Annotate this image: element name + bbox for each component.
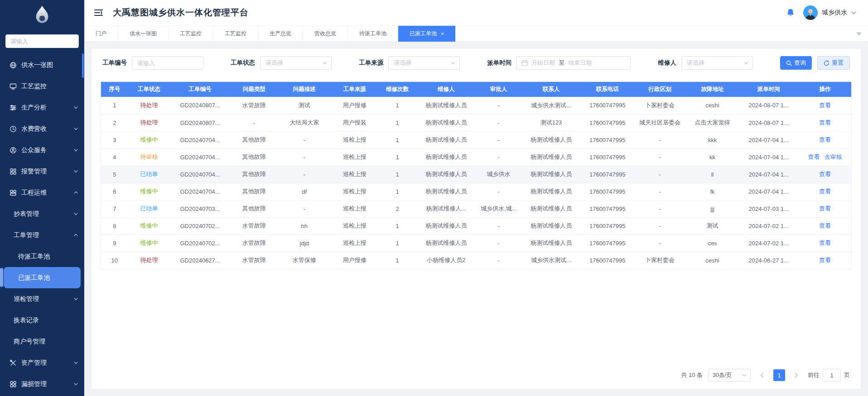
sidebar-item-10[interactable]: 待派工单池 xyxy=(0,246,84,267)
view-link[interactable]: 查看 xyxy=(808,153,820,160)
cell-dispatch_time: 2024-07-04 1... xyxy=(738,166,798,183)
collapse-menu-icon[interactable] xyxy=(94,9,103,16)
view-link[interactable]: 查看 xyxy=(819,205,831,212)
tab-3[interactable]: 工艺监控 xyxy=(169,26,213,42)
public-service-icon xyxy=(9,146,17,154)
monitor-icon xyxy=(9,82,17,90)
sidebar-item-6[interactable]: 报警管理 xyxy=(0,161,84,182)
cell-source: 巡检上报 xyxy=(331,217,379,234)
sidebar-item-2[interactable]: 工艺监控 xyxy=(0,76,84,97)
cell-dispatch_time: 2024-08-07 1... xyxy=(738,97,798,114)
cell-order_no: GD20240807... xyxy=(170,97,230,114)
cell-dispatch_time: 2024-06-27 1... xyxy=(738,252,798,269)
goto-page-input[interactable] xyxy=(823,369,841,382)
sidebar-item-label: 报警管理 xyxy=(21,167,47,176)
view-link[interactable]: 查看 xyxy=(819,102,831,109)
cell-phone: 17600747995 xyxy=(581,114,634,131)
reset-button[interactable]: 重置 xyxy=(817,56,850,70)
repairer-select[interactable]: 请选择 xyxy=(681,56,753,70)
tab-2[interactable]: 供水一张图 xyxy=(118,26,169,42)
tab-5[interactable]: 生产总览 xyxy=(258,26,303,42)
order-no-input[interactable] xyxy=(132,56,203,70)
next-page-button[interactable] xyxy=(791,369,802,382)
cell-repairer: 杨测试维修人员 xyxy=(416,166,476,183)
cell-approver: - xyxy=(476,183,521,200)
sidebar-item-15[interactable]: 资产管理 xyxy=(0,352,84,373)
sidebar-item-13[interactable]: 换表记录 xyxy=(0,310,84,331)
order-status-select[interactable]: 请选择 xyxy=(260,56,332,70)
chevron-down-icon xyxy=(744,62,748,64)
cell-repair_count: 1 xyxy=(379,166,416,183)
sidebar-item-3[interactable]: 生产分析 xyxy=(0,97,84,118)
sidebar-item-9[interactable]: 工单管理 xyxy=(0,224,84,246)
cell-address: ces xyxy=(686,234,739,252)
chevron-down-icon xyxy=(73,147,78,154)
search-button[interactable]: 查询 xyxy=(780,56,812,70)
sidebar-item-14[interactable]: 商户号管理 xyxy=(0,331,84,352)
tab-4[interactable]: 工艺监控 xyxy=(213,26,258,42)
view-link[interactable]: 查看 xyxy=(819,119,831,126)
page-size-select[interactable]: 30条/页 xyxy=(708,369,751,382)
cell-problem_type: 其他故障 xyxy=(230,200,278,217)
sidebar-item-label: 待派工单池 xyxy=(18,253,50,261)
table-row: 3维修中GD20240704...其他故障-巡检上报1杨测试维修人员-杨测试维修… xyxy=(101,131,851,148)
view-link[interactable]: 查看 xyxy=(819,171,831,177)
tab-1[interactable]: 门户 xyxy=(84,26,118,42)
cell-problem_type: 水管故障 xyxy=(230,217,278,234)
cell-no: 5 xyxy=(101,166,128,183)
review-link[interactable]: 去审核 xyxy=(824,153,842,160)
sidebar-scrollbar-thumb-left[interactable] xyxy=(0,268,3,287)
cell-no: 1 xyxy=(101,97,128,114)
cell-address: ceshi xyxy=(686,252,739,269)
user-menu[interactable]: 城乡供水 xyxy=(803,5,856,20)
page-number-current[interactable]: 1 xyxy=(773,369,785,381)
cell-source: 用户报修 xyxy=(331,252,379,269)
sidebar-item-7[interactable]: 工程运维 xyxy=(0,182,84,203)
dispatch-time-range-picker[interactable]: 开始日期 至 结束日期 xyxy=(516,56,631,70)
cell-contact: 杨测试维修人员 xyxy=(521,234,581,252)
cell-actions: 查看 xyxy=(799,252,851,269)
sidebar-item-12[interactable]: 巡检管理 xyxy=(0,288,84,310)
cell-actions: 查看 xyxy=(799,183,851,200)
view-link[interactable]: 查看 xyxy=(819,222,831,229)
order-source-select[interactable]: 请选择 xyxy=(388,56,460,70)
view-link[interactable]: 查看 xyxy=(819,239,831,246)
sidebar-item-8[interactable]: 抄表管理 xyxy=(0,203,84,224)
cell-approver: - xyxy=(476,148,521,166)
cell-dispatch_time: 2024-07-02 1... xyxy=(738,217,798,234)
tab-8[interactable]: 已派工单池× xyxy=(398,26,456,42)
view-link[interactable]: 查看 xyxy=(819,257,831,263)
cell-actions: 查看 xyxy=(799,217,851,234)
tab-close-icon[interactable]: × xyxy=(441,31,444,37)
sidebar-item-16[interactable]: 漏损管理 xyxy=(0,373,84,395)
cell-address: fk xyxy=(686,183,739,200)
cell-order_no: GD20240807... xyxy=(170,114,230,131)
cell-status: 待处理 xyxy=(128,97,170,114)
cell-approver: - xyxy=(476,252,521,269)
cell-dispatch_time: 2024-08-07 1... xyxy=(738,114,798,131)
cell-contact: 测试123 xyxy=(521,114,581,131)
cell-repair_count: 1 xyxy=(379,114,416,131)
sidebar-item-1[interactable]: 供水一张图 xyxy=(0,54,84,76)
sidebar-scrollbar-thumb[interactable] xyxy=(82,53,84,78)
cell-district: 卜家村委会 xyxy=(634,252,686,269)
chevron-down-icon xyxy=(73,210,78,218)
prev-page-button[interactable] xyxy=(756,369,768,382)
sidebar-item-11[interactable]: 已派工单池 xyxy=(4,267,81,288)
cell-district: - xyxy=(634,183,686,200)
view-link[interactable]: 查看 xyxy=(819,136,831,143)
sidebar-item-label: 漏损管理 xyxy=(21,380,47,388)
tab-overflow-caret-icon[interactable] xyxy=(856,32,862,35)
view-link[interactable]: 查看 xyxy=(819,188,831,195)
notification-bell-icon[interactable] xyxy=(786,8,795,17)
page-suffix: 页 xyxy=(844,371,850,379)
column-header: 序号 xyxy=(101,82,128,97)
tab-6[interactable]: 营收总览 xyxy=(303,26,348,42)
tab-7[interactable]: 待派工单池 xyxy=(348,26,398,42)
cell-problem_type: 其他故障 xyxy=(230,166,278,183)
sidebar-item-4[interactable]: 水费营收 xyxy=(0,118,84,139)
cell-contact: 杨测试维修人员 xyxy=(521,148,581,166)
sidebar-search-input[interactable] xyxy=(5,34,79,48)
sidebar-item-5[interactable]: 公众服务 xyxy=(0,139,84,161)
sidebar-item-label: 工程运维 xyxy=(21,189,47,197)
